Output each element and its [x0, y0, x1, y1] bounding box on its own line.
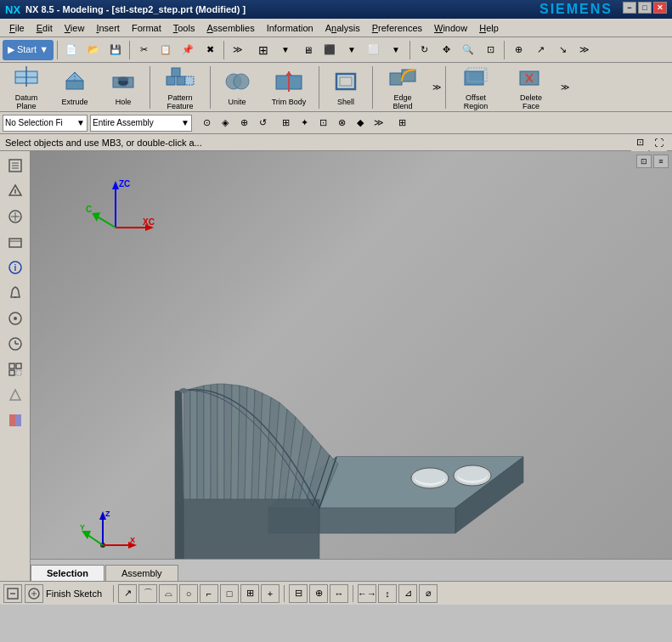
sketch-btn4[interactable]: ○	[179, 584, 198, 603]
menu-edit[interactable]: Edit	[31, 21, 59, 35]
sep3	[223, 41, 224, 59]
tab-selection[interactable]: Selection	[31, 565, 104, 581]
selection-btn1[interactable]: ⊙	[198, 115, 215, 132]
dim-btn3[interactable]: ⊿	[398, 584, 417, 603]
sidebar-btn-notify[interactable]	[3, 281, 27, 305]
sidebar-btn-info[interactable]: i	[3, 256, 27, 279]
shell-button[interactable]: Shell	[322, 65, 370, 110]
menu-insert[interactable]: Insert	[90, 21, 126, 35]
menu-information[interactable]: Information	[261, 21, 319, 35]
more-btn1[interactable]: ≫	[228, 40, 248, 60]
center-btn[interactable]: ⊗	[333, 115, 350, 132]
viewport[interactable]: ⊡ ≡ ZC C XC	[31, 151, 672, 581]
pattern-feature-button[interactable]: PatternFeature	[153, 65, 207, 110]
sketch-btn5[interactable]: ⌐	[200, 584, 218, 603]
rotate-btn[interactable]: ↻	[414, 40, 434, 60]
menu-analysis[interactable]: Analysis	[319, 21, 366, 35]
delete-face-button[interactable]: DeleteFace	[504, 65, 558, 110]
edge-blend-button[interactable]: EdgeBlend	[376, 65, 430, 110]
zoom-btn[interactable]: 🔍	[458, 40, 478, 60]
assembly-filter-combo[interactable]: Entire Assembly ▼	[90, 115, 192, 132]
sidebar-btn-palette[interactable]	[3, 408, 27, 432]
view-mode-btn[interactable]: ⊡	[631, 134, 648, 151]
finish-sketch-icon[interactable]	[3, 584, 22, 603]
toolbar-expand-btn2[interactable]: ≫	[559, 66, 571, 109]
finish-sketch-btn[interactable]	[25, 584, 43, 603]
tb-arrow2[interactable]: ▼	[342, 40, 362, 60]
sidebar-btn-sketch[interactable]	[3, 230, 27, 254]
grid-snap-btn[interactable]: ⊞	[393, 115, 410, 132]
sidebar-btn-history[interactable]	[3, 154, 27, 177]
cut-button[interactable]: ✂	[133, 40, 154, 60]
open-button[interactable]: 📂	[83, 40, 104, 60]
extrude-button[interactable]: Extrude	[51, 65, 99, 110]
datum-plane-button[interactable]: DatumPlane	[3, 65, 50, 110]
sketch-btn3[interactable]: ⌓	[159, 584, 178, 603]
sketch-btn2[interactable]: ⌒	[138, 584, 157, 603]
sidebar-btn-constraints[interactable]	[3, 205, 27, 228]
monitor-btn[interactable]: 🖥	[297, 40, 318, 60]
hole-button[interactable]: Hole	[99, 65, 147, 110]
snap-btn[interactable]: ⊕	[508, 40, 528, 60]
midpoint-btn[interactable]: ⊡	[314, 115, 331, 132]
selection-btn4[interactable]: ↺	[254, 115, 271, 132]
tb-arrow3[interactable]: ▼	[386, 40, 406, 60]
vertex-btn[interactable]: ◆	[352, 115, 369, 132]
menu-window[interactable]: Window	[428, 21, 473, 35]
menu-preferences[interactable]: Preferences	[366, 21, 428, 35]
sidebar-btn-assembly[interactable]	[3, 179, 27, 203]
dim-btn1[interactable]: ←→	[358, 584, 376, 603]
more-snap-btn[interactable]: ≫	[370, 115, 387, 132]
display-btn[interactable]: ⬜	[364, 40, 384, 60]
sidebar-btn-measure[interactable]	[3, 307, 27, 330]
selection-btn2[interactable]: ◈	[217, 115, 234, 132]
toolbar-expand-btn[interactable]: ≫	[431, 66, 443, 109]
grid-btn[interactable]: ⊞	[253, 40, 274, 60]
sketch-btn7[interactable]: ⊞	[240, 584, 259, 603]
menu-view[interactable]: View	[59, 21, 91, 35]
menu-file[interactable]: File	[3, 21, 31, 35]
selection-filter-combo[interactable]: No Selection Fi ▼	[3, 115, 88, 132]
paste-button[interactable]: 📌	[178, 40, 198, 60]
view-btn[interactable]: ⬛	[319, 40, 340, 60]
menu-help[interactable]: Help	[473, 21, 505, 35]
sidebar-btn-view[interactable]	[3, 383, 27, 407]
save-button[interactable]: 💾	[105, 40, 126, 60]
dim-btn2[interactable]: ↕	[378, 584, 397, 603]
unite-button[interactable]: Unite	[213, 65, 261, 110]
offset-region-button[interactable]: OffsetRegion	[449, 65, 503, 110]
menu-format[interactable]: Format	[126, 21, 167, 35]
pan-btn[interactable]: ✥	[436, 40, 456, 60]
tb-arrow1[interactable]: ▼	[275, 40, 296, 60]
sketch-btn1[interactable]: ↗	[118, 584, 137, 603]
close-button[interactable]: ✕	[653, 2, 667, 14]
tab-assembly[interactable]: Assembly	[105, 565, 178, 581]
sidebar-btn-grid[interactable]	[3, 358, 27, 381]
snap-point-btn[interactable]: ⊞	[277, 115, 294, 132]
menu-tools[interactable]: Tools	[167, 21, 201, 35]
constraint-btn1[interactable]: ⊟	[289, 584, 308, 603]
sidebar-btn-clock[interactable]	[3, 332, 27, 356]
constraint-btn2[interactable]: ⊕	[309, 584, 328, 603]
menu-assemblies[interactable]: Assemblies	[200, 21, 260, 35]
fullscreen-btn[interactable]: ⛶	[650, 134, 667, 151]
point-btn[interactable]: ✦	[296, 115, 313, 132]
orient-btn2[interactable]: ↘	[552, 40, 573, 60]
copy-button[interactable]: 📋	[155, 40, 176, 60]
maximize-button[interactable]: □	[638, 2, 652, 14]
sketch-btn6[interactable]: □	[220, 584, 239, 603]
vp-menu-btn[interactable]: ≡	[653, 155, 669, 168]
constraint-btn3[interactable]: ↔	[330, 584, 348, 603]
selection-btn3[interactable]: ⊕	[235, 115, 252, 132]
delete-button[interactable]: ✖	[200, 40, 220, 60]
new-button[interactable]: 📄	[61, 40, 82, 60]
vp-fit-btn[interactable]: ⊡	[636, 155, 652, 168]
sketch-btn8[interactable]: +	[261, 584, 280, 603]
minimize-button[interactable]: −	[623, 2, 636, 14]
trim-body-button[interactable]: Trim Body	[262, 65, 316, 110]
more-btn2[interactable]: ≫	[574, 40, 595, 60]
orient-btn1[interactable]: ↗	[530, 40, 551, 60]
start-button[interactable]: ▶ Start ▼	[3, 40, 54, 60]
fit-btn[interactable]: ⊡	[480, 40, 500, 60]
dim-btn4[interactable]: ⌀	[419, 584, 438, 603]
